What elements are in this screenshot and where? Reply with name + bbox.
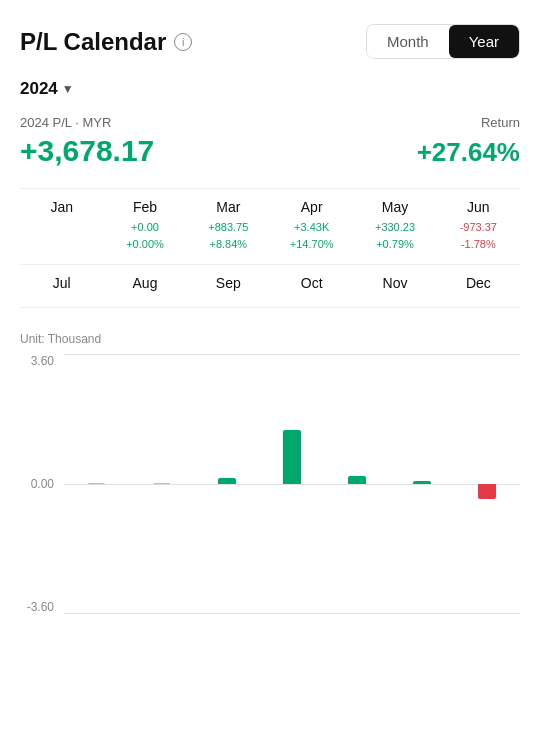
page-title: P/L Calendar <box>20 28 166 56</box>
month-cell-jun[interactable]: Jun-973.37-1.78% <box>437 189 520 265</box>
chart-section: Unit: Thousand 3.60 0.00 -3.60 —— <box>20 332 520 614</box>
bar-positive <box>413 481 431 484</box>
months-grid-row2: JulAugSepOctNovDec <box>20 265 520 308</box>
month-name: Jun <box>467 199 490 215</box>
bars-container: —— <box>64 354 520 614</box>
bar-positive <box>348 476 366 484</box>
month-name: Jan <box>50 199 73 215</box>
month-name: Aug <box>133 275 158 291</box>
month-cell-may[interactable]: May+330.23+0.79% <box>353 189 436 265</box>
month-name: Oct <box>301 275 323 291</box>
chart-unit-label: Unit: Thousand <box>20 332 520 346</box>
y-mid-label: 0.00 <box>20 477 60 491</box>
month-cell-apr[interactable]: Apr+3.43K+14.70% <box>270 189 353 265</box>
view-toggle: Month Year <box>366 24 520 59</box>
y-top-label: 3.60 <box>20 354 60 368</box>
chart-y-labels: 3.60 0.00 -3.60 <box>20 354 60 614</box>
month-cell-sep[interactable]: Sep <box>187 265 270 308</box>
month-name: Jul <box>53 275 71 291</box>
bar-dash: — <box>89 474 105 492</box>
month-values: -973.37-1.78% <box>460 219 497 252</box>
month-cell-mar[interactable]: Mar+883.75+8.84% <box>187 189 270 265</box>
month-name: Apr <box>301 199 323 215</box>
month-name: Sep <box>216 275 241 291</box>
month-name: Mar <box>216 199 240 215</box>
month-cell-jul[interactable]: Jul <box>20 265 103 308</box>
month-values: +330.23+0.79% <box>375 219 415 252</box>
month-toggle-btn[interactable]: Month <box>367 25 449 58</box>
bar-col-may <box>390 354 455 614</box>
pl-values-row: +3,678.17 +27.64% <box>20 134 520 168</box>
month-name: Feb <box>133 199 157 215</box>
bar-positive <box>283 430 301 484</box>
pl-label: 2024 P/L · MYR <box>20 115 111 130</box>
bar-negative <box>478 484 496 499</box>
chart-inner: —— <box>64 354 520 614</box>
bar-positive <box>218 478 236 484</box>
bar-col-apr <box>325 354 390 614</box>
month-values: +0.00+0.00% <box>126 219 164 252</box>
page-header: P/L Calendar i Month Year 2024 ▼ <box>20 24 520 99</box>
month-cell-aug[interactable]: Aug <box>103 265 186 308</box>
year-selector[interactable]: 2024 ▼ <box>20 79 520 99</box>
info-icon[interactable]: i <box>174 33 192 51</box>
bar-col-jun <box>455 354 520 614</box>
month-name: Dec <box>466 275 491 291</box>
bar-col-mar <box>259 354 324 614</box>
chart-area: 3.60 0.00 -3.60 —— <box>20 354 520 614</box>
dropdown-caret-icon: ▼ <box>62 82 74 96</box>
pl-return-pct: +27.64% <box>417 137 520 168</box>
bar-dash: — <box>154 474 170 492</box>
bar-col-feb: — <box>129 354 194 614</box>
pl-amount: +3,678.17 <box>20 134 154 168</box>
month-cell-jan[interactable]: Jan <box>20 189 103 265</box>
month-name: Nov <box>383 275 408 291</box>
bar-col-mar-s <box>194 354 259 614</box>
month-values: +3.43K+14.70% <box>290 219 334 252</box>
month-name: May <box>382 199 408 215</box>
return-label: Return <box>481 115 520 130</box>
month-values: +883.75+8.84% <box>208 219 248 252</box>
y-bot-label: -3.60 <box>20 600 60 614</box>
month-cell-nov[interactable]: Nov <box>353 265 436 308</box>
year-toggle-btn[interactable]: Year <box>449 25 519 58</box>
month-cell-oct[interactable]: Oct <box>270 265 353 308</box>
month-cell-feb[interactable]: Feb+0.00+0.00% <box>103 189 186 265</box>
month-cell-dec[interactable]: Dec <box>437 265 520 308</box>
year-value: 2024 <box>20 79 58 99</box>
bar-col-jan: — <box>64 354 129 614</box>
months-grid-row1: JanFeb+0.00+0.00%Mar+883.75+8.84%Apr+3.4… <box>20 188 520 265</box>
pl-header: 2024 P/L · MYR Return <box>20 115 520 130</box>
